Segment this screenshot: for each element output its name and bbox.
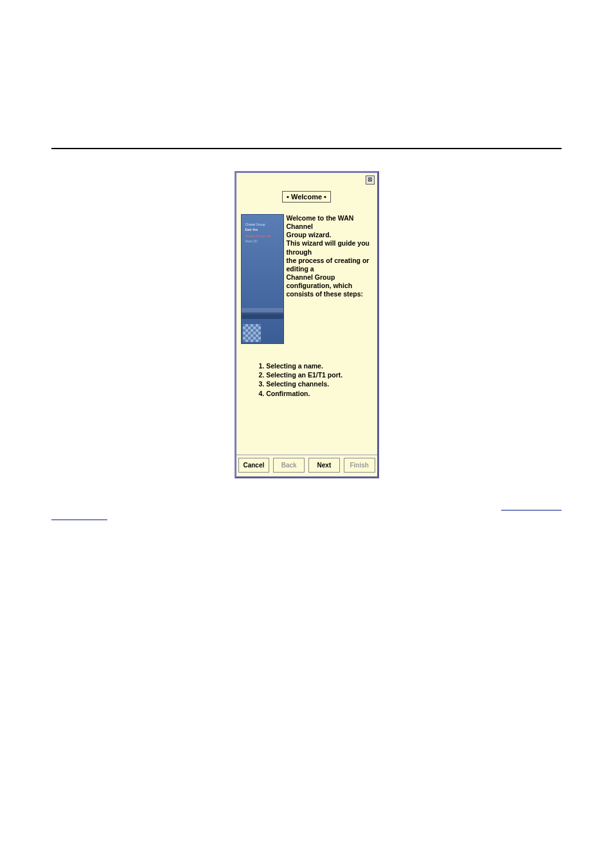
wizard-side-image: Chanel Group East 4ns Chanel Group You W… (241, 214, 284, 344)
intro-line: consists of these steps: (287, 290, 372, 298)
intro-line: the process of creating or editing a (287, 257, 372, 273)
intro-line: Channel Group configuration, which (287, 273, 372, 290)
wizard-window: ⊠ • Welcome • Chanel Group East 4ns Chan… (235, 171, 379, 478)
side-label: Chanel Group You (245, 234, 272, 238)
close-icon[interactable]: ⊠ (366, 176, 375, 185)
intro-line: This wizard will guide you through (287, 239, 372, 256)
wizard-screenshot: ⊠ • Welcome • Chanel Group East 4ns Chan… (235, 171, 379, 478)
wizard-intro-text: Welcome to the WAN Channel Group wizard.… (287, 214, 372, 298)
decor-checker (243, 324, 261, 342)
wizard-steps: 1. Selecting a name. 2. Selecting an E1/… (259, 361, 371, 398)
header-rule (51, 148, 562, 149)
back-button: Back (273, 458, 305, 473)
page-link-left[interactable] (51, 511, 107, 520)
intro-line: Welcome to the WAN Channel (287, 214, 372, 231)
step-line: 1. Selecting a name. (259, 361, 371, 370)
page-body-space (51, 520, 562, 854)
step-line: 3. Selecting channels. (259, 379, 371, 388)
step-line: 2. Selecting an E1/T1 port. (259, 370, 371, 379)
wizard-button-row: Cancel Back Next Finish (236, 455, 377, 473)
cancel-button[interactable]: Cancel (238, 458, 270, 473)
page-link-right[interactable] (501, 502, 562, 511)
side-label: Chanel Group (245, 222, 265, 226)
finish-button: Finish (344, 458, 375, 473)
side-label: East 4ns (245, 228, 258, 231)
side-label: West 2fn (245, 239, 258, 243)
decor-stripe (242, 312, 283, 319)
wizard-title-tab: • Welcome • (282, 191, 331, 203)
page: ⊠ • Welcome • Chanel Group East 4ns Chan… (0, 0, 613, 868)
intro-line: Group wizard. (287, 231, 372, 239)
next-button[interactable]: Next (308, 458, 340, 473)
step-line: 4. Confirmation. (259, 389, 371, 398)
page-link-row (51, 502, 562, 520)
